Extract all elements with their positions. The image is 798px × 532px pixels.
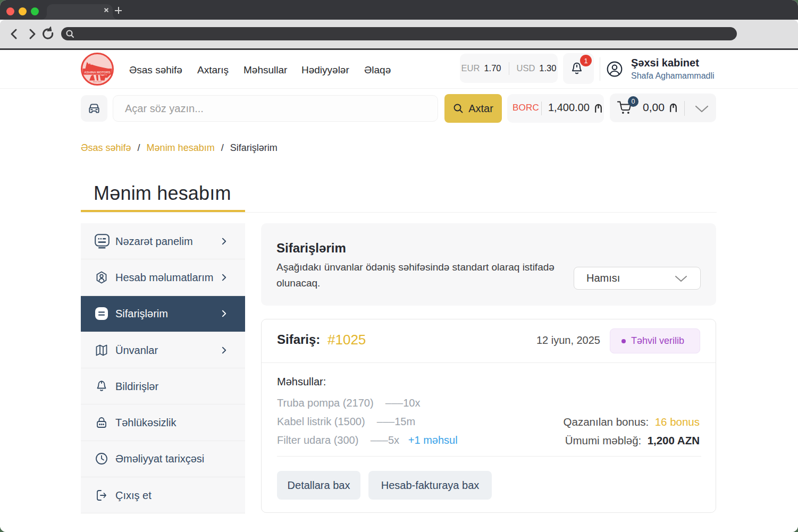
svg-text:ASHINA MOTORS: ASHINA MOTORS	[84, 71, 110, 74]
svg-text:Since 2019: Since 2019	[93, 81, 102, 83]
